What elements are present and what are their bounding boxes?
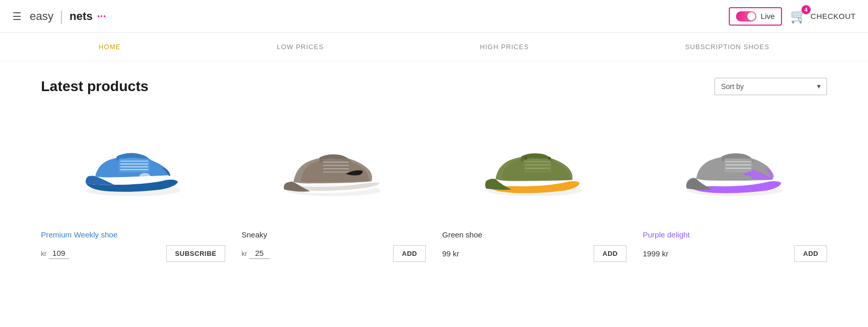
products-grid: Premium Weekly shoe kr 109 SUBSCRIBE	[41, 116, 827, 262]
product-card: Premium Weekly shoe kr 109 SUBSCRIBE	[41, 116, 225, 262]
toggle-thumb	[747, 12, 755, 20]
hamburger-icon[interactable]: ☰	[12, 10, 21, 23]
nav-item-low-prices[interactable]: LOW PRICES	[273, 41, 328, 53]
product-price: 1999 kr	[643, 249, 668, 258]
product-name: Purple delight	[643, 230, 827, 239]
nav: HOME LOW PRICES HIGH PRICES SUBSCRIPTION…	[0, 33, 868, 61]
product-image	[674, 128, 796, 205]
product-card: Purple delight 1999 kr ADD	[643, 116, 827, 262]
svg-rect-21	[725, 158, 752, 172]
product-price: 99 kr	[442, 249, 459, 258]
product-bottom: 1999 kr ADD	[643, 245, 827, 262]
product-price: kr 25	[242, 249, 270, 259]
nav-item-subscription[interactable]: SUBSCRIPTION SHOES	[681, 41, 774, 53]
svg-rect-14	[524, 158, 552, 172]
sort-select[interactable]: Sort by Price: Low to High Price: High t…	[714, 78, 827, 95]
add-button[interactable]: ADD	[794, 245, 827, 262]
product-image	[272, 128, 395, 205]
nav-item-high-prices[interactable]: HIGH PRICES	[476, 41, 533, 53]
logo-easy: easy	[30, 10, 53, 23]
product-price: kr 109	[41, 249, 69, 259]
product-image-wrapper	[242, 116, 426, 218]
price-amount: 109	[49, 249, 69, 259]
price-amount: 1999 kr	[643, 249, 668, 258]
add-button[interactable]: ADD	[393, 245, 426, 262]
svg-rect-8	[322, 159, 350, 174]
product-name: Premium Weekly shoe	[41, 230, 225, 239]
toggle-track[interactable]	[736, 11, 756, 21]
add-button[interactable]: ADD	[594, 245, 626, 262]
product-name: Sneaky	[242, 230, 426, 239]
header-right: Live 🛒 4 CHECKOUT	[729, 7, 856, 26]
product-bottom: kr 25 ADD	[242, 245, 426, 262]
logo: easy | nets●●●	[30, 8, 106, 25]
product-image-wrapper	[643, 116, 827, 218]
cart-badge: 4	[801, 5, 811, 14]
nav-item-home[interactable]: HOME	[95, 41, 125, 53]
svg-point-19	[548, 157, 551, 160]
cart-button[interactable]: 🛒 4 CHECKOUT	[790, 8, 856, 24]
price-amount: 25	[249, 249, 270, 259]
checkout-label[interactable]: CHECKOUT	[811, 12, 856, 20]
product-image-wrapper	[41, 116, 225, 218]
price-currency: kr	[242, 250, 247, 257]
page-title: Latest products	[41, 78, 148, 95]
logo-nets: nets	[70, 10, 93, 23]
price-amount: 99 kr	[442, 249, 459, 258]
product-image-wrapper	[442, 116, 626, 218]
product-image	[473, 128, 596, 205]
svg-point-6	[139, 173, 150, 180]
header: ☰ easy | nets●●● Live 🛒 4 CHECKOUT	[0, 0, 868, 33]
svg-point-18	[525, 157, 528, 160]
header-left: ☰ easy | nets●●●	[12, 8, 106, 25]
live-label: Live	[761, 12, 775, 20]
logo-dots: ●●●	[97, 14, 106, 18]
product-image	[72, 128, 194, 205]
product-card: Green shoe 99 kr ADD	[442, 116, 626, 262]
sort-wrapper: Sort by Price: Low to High Price: High t…	[714, 78, 827, 95]
products-header: Latest products Sort by Price: Low to Hi…	[41, 78, 827, 95]
cart-icon-container: 🛒 4	[790, 8, 807, 24]
main-content: Latest products Sort by Price: Low to Hi…	[0, 61, 868, 278]
live-toggle[interactable]: Live	[729, 7, 782, 26]
price-currency: kr	[41, 250, 47, 257]
svg-rect-1	[119, 158, 149, 172]
product-card: Sneaky kr 25 ADD	[242, 116, 426, 262]
logo-divider: |	[59, 8, 63, 25]
subscribe-button[interactable]: SUBSCRIBE	[166, 245, 225, 262]
product-name: Green shoe	[442, 230, 626, 239]
product-bottom: 99 kr ADD	[442, 245, 626, 262]
product-bottom: kr 109 SUBSCRIBE	[41, 245, 225, 262]
